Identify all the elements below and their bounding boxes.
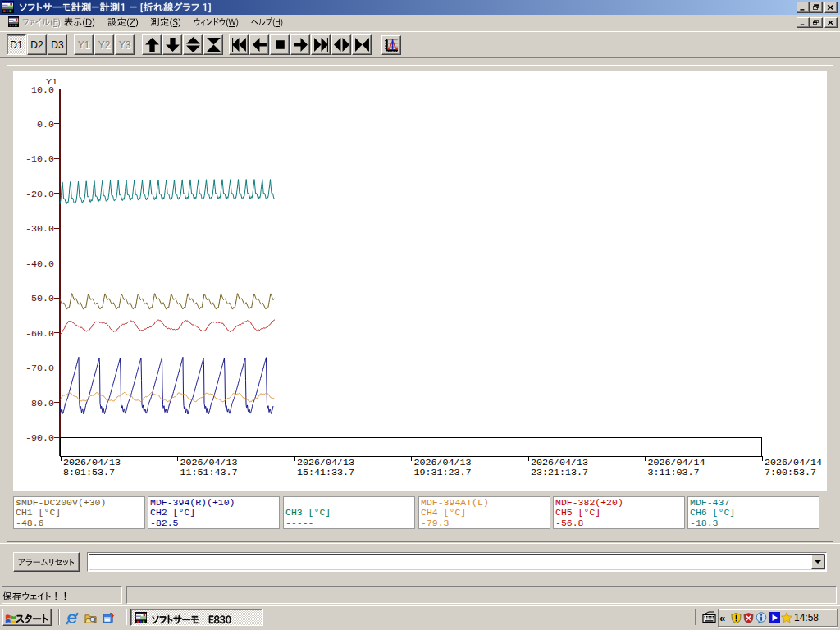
svg-text:-90.0: -90.0 bbox=[25, 432, 54, 444]
svg-text:-70.0: -70.0 bbox=[25, 363, 54, 374]
svg-text:23:21:13.7: 23:21:13.7 bbox=[531, 467, 588, 478]
svg-text:0.0: 0.0 bbox=[37, 119, 54, 130]
svg-text:8:01:53.7: 8:01:53.7 bbox=[63, 467, 115, 478]
svg-text:3:11:03.7: 3:11:03.7 bbox=[648, 467, 700, 478]
svg-text:-60.0: -60.0 bbox=[25, 328, 54, 340]
svg-text:19:31:23.7: 19:31:23.7 bbox=[414, 467, 472, 478]
svg-text:-20.0: -20.0 bbox=[25, 189, 54, 200]
svg-text:-40.0: -40.0 bbox=[25, 258, 54, 270]
svg-text:7:00:53.7: 7:00:53.7 bbox=[765, 467, 816, 478]
svg-text:11:51:43.7: 11:51:43.7 bbox=[180, 467, 238, 478]
svg-text:15:41:33.7: 15:41:33.7 bbox=[297, 467, 354, 478]
svg-text:-50.0: -50.0 bbox=[25, 293, 54, 304]
svg-text:Y1: Y1 bbox=[46, 76, 57, 88]
svg-text:-30.0: -30.0 bbox=[25, 223, 54, 235]
svg-text:-10.0: -10.0 bbox=[25, 153, 54, 165]
svg-text:-80.0: -80.0 bbox=[25, 398, 54, 409]
